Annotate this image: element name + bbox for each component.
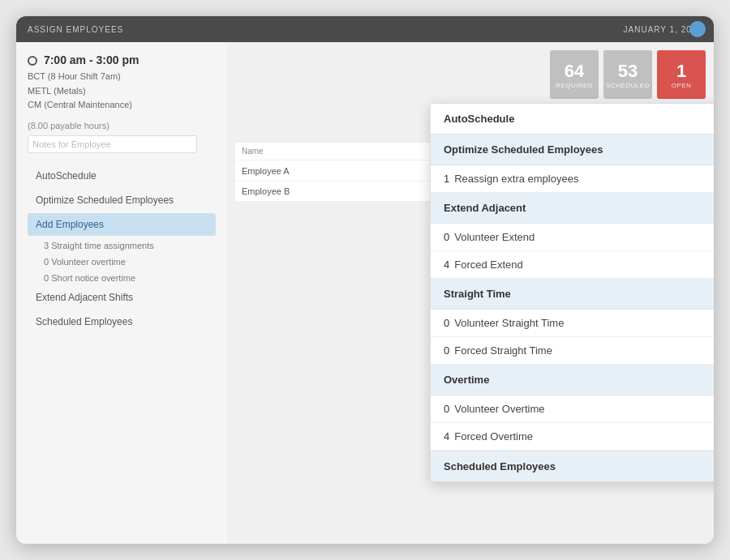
dropdown-extend-header[interactable]: Extend Adjacent 4: [431, 193, 714, 224]
notes-field[interactable]: Notes for Employee: [28, 135, 197, 153]
nav-item-extend-adjacent[interactable]: Extend Adjacent Shifts: [28, 286, 216, 309]
forced-st-label: Forced Straight Time: [454, 344, 552, 357]
main-area: 7:00 am - 3:00 pm BCT (8 Hour Shift 7am)…: [16, 42, 714, 544]
reassign-count: 1: [444, 173, 449, 185]
clock-icon: [28, 56, 37, 66]
extend-label: Extend Adjacent: [444, 202, 526, 214]
volunteer-ot-label: Volunteer Overtime: [454, 403, 544, 415]
nav-item-autoschedule[interactable]: AutoSchedule: [28, 165, 216, 187]
forced-extend-count: 4: [444, 259, 449, 271]
nav-item-scheduled-employees[interactable]: Scheduled Employees: [28, 310, 216, 333]
straighttime-label: Straight Time: [444, 288, 511, 300]
shift-meta: BCT (8 Hour Shift 7am) METL (Metals) CM …: [28, 70, 216, 113]
extend-sub-forced[interactable]: 4 Forced Extend: [431, 251, 714, 279]
stat-required-label: REQUIRED: [556, 82, 593, 89]
stat-required: 64 REQUIRED: [550, 50, 599, 99]
payable-hours: (8.00 payable hours): [28, 121, 216, 130]
stat-open: 1 OPEN: [657, 50, 706, 99]
volunteer-st-label: Volunteer Straight Time: [454, 317, 564, 329]
forced-ot-label: Forced Overtime: [454, 430, 533, 442]
forced-st-count: 0: [444, 344, 449, 357]
forced-ot-count: 4: [444, 430, 449, 442]
autoschedule-label: AutoSchedule: [444, 113, 514, 125]
dropdown-optimize-header[interactable]: Optimize Scheduled Employees 1: [431, 135, 714, 165]
stat-scheduled-number: 53: [618, 61, 638, 82]
dropdown-autoschedule-header[interactable]: AutoSchedule 1: [431, 104, 714, 135]
stat-open-number: 1: [676, 61, 686, 82]
shift-time: 7:00 am - 3:00 pm: [28, 53, 216, 66]
volunteer-ot-count: 0: [444, 403, 449, 415]
dropdown-scheduled-footer[interactable]: Scheduled Employees 0: [431, 451, 714, 481]
top-bar: ASSIGN EMPLOYEES JANUARY 1, 2020: [16, 16, 714, 42]
sub-nav-straight-time[interactable]: 3 Straight time assignments: [28, 237, 216, 254]
right-area: 64 REQUIRED 53 SCHEDULED 1 OPEN NOT ACCE…: [227, 42, 714, 544]
dropdown-menu: AutoSchedule 1 Optimize Scheduled Employ…: [430, 103, 714, 482]
dropdown-overtime-header[interactable]: Overtime 4: [431, 365, 714, 395]
main-window: ASSIGN EMPLOYEES JANUARY 1, 2020 7:00 am…: [16, 16, 714, 544]
extend-sub-volunteer[interactable]: 0 Volunteer Extend: [431, 224, 714, 251]
nav-item-optimize[interactable]: Optimize Scheduled Employees: [28, 189, 216, 212]
dropdown-straighttime-header[interactable]: Straight Time 0: [431, 279, 714, 310]
overtime-label: Overtime: [444, 374, 489, 386]
left-panel: 7:00 am - 3:00 pm BCT (8 Hour Shift 7am)…: [16, 42, 227, 544]
stats-row: 64 REQUIRED 53 SCHEDULED 1 OPEN: [235, 50, 706, 99]
forced-extend-label: Forced Extend: [454, 259, 523, 271]
stat-scheduled-label: SCHEDULED: [606, 82, 650, 89]
sub-nav-short-notice[interactable]: 0 Short notice overtime: [28, 270, 216, 286]
scheduled-footer-label: Scheduled Employees: [444, 460, 556, 472]
stat-scheduled: 53 SCHEDULED: [603, 50, 652, 99]
volunteer-extend-label: Volunteer Extend: [454, 231, 535, 243]
volunteer-extend-count: 0: [444, 231, 449, 243]
straighttime-sub-forced[interactable]: 0 Forced Straight Time: [431, 337, 714, 365]
overtime-sub-volunteer[interactable]: 0 Volunteer Overtime: [431, 395, 714, 423]
reassign-label: Reassign extra employees: [454, 173, 578, 185]
volunteer-st-count: 0: [444, 317, 449, 329]
sub-nav-volunteer-ot[interactable]: 0 Volunteer overtime: [28, 254, 216, 270]
stat-open-label: OPEN: [672, 82, 692, 89]
optimize-label: Optimize Scheduled Employees: [444, 143, 603, 156]
optimize-sub-reassign[interactable]: 1 Reassign extra employees: [431, 165, 714, 193]
stat-required-number: 64: [565, 61, 584, 82]
nav-item-add-employees[interactable]: Add Employees: [28, 213, 216, 236]
overtime-sub-forced[interactable]: 4 Forced Overtime: [431, 423, 714, 451]
top-bar-dot[interactable]: [689, 21, 706, 37]
straighttime-sub-volunteer[interactable]: 0 Volunteer Straight Time: [431, 310, 714, 337]
top-bar-title: ASSIGN EMPLOYEES: [28, 25, 123, 34]
